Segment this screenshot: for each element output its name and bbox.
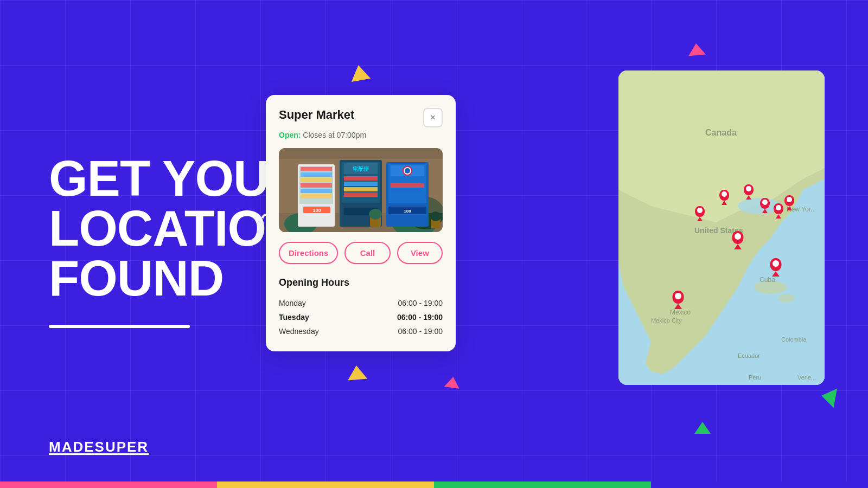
bottom-bar-yellow <box>217 481 434 488</box>
svg-rect-56 <box>391 189 424 193</box>
svg-point-3 <box>778 294 795 303</box>
svg-text:Mexico City: Mexico City <box>651 317 682 324</box>
bottom-bar-green <box>434 481 651 488</box>
svg-rect-54 <box>391 178 424 182</box>
svg-rect-35 <box>301 189 332 193</box>
svg-point-14 <box>697 208 703 213</box>
map-container: Canada United States Mexico City Mexico … <box>618 70 825 385</box>
svg-rect-45 <box>344 187 378 191</box>
svg-text:Vene...: Vene... <box>797 374 816 381</box>
decoration-triangle-pink-top-right <box>687 43 706 56</box>
svg-text:Cuba: Cuba <box>760 276 775 284</box>
bottom-bar-pink <box>0 481 217 488</box>
svg-point-60 <box>369 209 382 220</box>
svg-point-19 <box>787 197 792 202</box>
svg-rect-33 <box>301 178 332 182</box>
opening-hours-title: Opening Hours <box>279 277 443 288</box>
svg-point-20 <box>735 233 741 240</box>
svg-text:Mexico: Mexico <box>670 309 691 316</box>
svg-rect-44 <box>344 182 378 186</box>
map-svg: Canada United States Mexico City Mexico … <box>618 70 825 385</box>
popup-status: Open: Closes at 07:00pm <box>279 131 443 139</box>
svg-point-18 <box>776 205 781 210</box>
decoration-triangle-yellow-bottom <box>347 364 367 380</box>
svg-text:宅配便: 宅配便 <box>353 166 369 172</box>
svg-text:100: 100 <box>312 208 321 213</box>
status-open-label: Open: <box>279 131 301 139</box>
svg-text:Peru: Peru <box>749 374 761 381</box>
bottom-bar <box>0 481 868 488</box>
logo-super: SUPER <box>95 439 149 455</box>
svg-point-21 <box>773 260 779 267</box>
svg-rect-32 <box>301 172 332 177</box>
bottom-bar-purple <box>651 481 868 488</box>
svg-point-15 <box>722 191 727 197</box>
svg-rect-34 <box>301 183 332 188</box>
hours-day-monday: Monday <box>279 299 306 307</box>
hours-day-tuesday: Tuesday <box>279 313 309 322</box>
svg-point-17 <box>762 200 768 205</box>
svg-rect-36 <box>301 194 332 198</box>
hours-time-tuesday: 06:00 - 19:00 <box>397 313 443 322</box>
svg-text:Ecuador: Ecuador <box>738 352 760 359</box>
hours-table: Monday 06:00 - 19:00 Tuesday 06:00 - 19:… <box>279 296 443 338</box>
logo: MADESUPER <box>49 439 149 455</box>
hours-row-monday: Monday 06:00 - 19:00 <box>279 296 443 310</box>
hours-time-wednesday: 06:00 - 19:00 <box>398 327 443 336</box>
action-buttons: Directions Call View <box>279 242 443 264</box>
svg-point-62 <box>430 211 441 221</box>
decoration-triangle-green-bottom-right2 <box>694 422 711 434</box>
headline-underline <box>49 325 190 328</box>
popup-header: Super Market × <box>279 108 443 127</box>
svg-rect-55 <box>391 183 424 188</box>
map-background: Canada United States Mexico City Mexico … <box>618 70 825 385</box>
svg-point-53 <box>405 168 410 174</box>
hours-row-wednesday: Wednesday 06:00 - 19:00 <box>279 324 443 338</box>
call-button[interactable]: Call <box>344 242 390 264</box>
svg-rect-46 <box>344 192 378 197</box>
svg-text:Canada: Canada <box>705 128 737 137</box>
logo-text: MADESUPER <box>49 439 149 455</box>
decoration-triangle-pink-bottom <box>444 376 461 389</box>
popup-title: Super Market <box>279 108 354 122</box>
popup-card: Super Market × Open: Closes at 07:00pm <box>266 95 456 351</box>
svg-point-22 <box>675 293 681 299</box>
decoration-triangle-yellow-top <box>349 63 371 82</box>
svg-rect-43 <box>344 176 378 181</box>
view-button[interactable]: View <box>397 242 443 264</box>
hours-row-tuesday: Tuesday 06:00 - 19:00 <box>279 310 443 324</box>
hours-day-wednesday: Wednesday <box>279 327 319 336</box>
logo-made: MADE <box>49 439 95 455</box>
svg-text:Colombia: Colombia <box>781 336 807 343</box>
svg-text:100: 100 <box>404 209 411 214</box>
directions-button[interactable]: Directions <box>279 242 338 264</box>
close-button[interactable]: × <box>423 108 443 127</box>
svg-point-16 <box>746 186 751 191</box>
decoration-triangle-green-bottom-right <box>820 386 837 408</box>
svg-rect-31 <box>301 167 332 171</box>
headline-line3: FOUND <box>49 251 224 306</box>
vending-scene: 100 宅配便 <box>279 148 443 232</box>
popup-image: 100 宅配便 <box>279 148 443 232</box>
hours-time-monday: 06:00 - 19:00 <box>398 299 443 307</box>
status-closes-text: Closes at 07:00pm <box>303 131 366 139</box>
